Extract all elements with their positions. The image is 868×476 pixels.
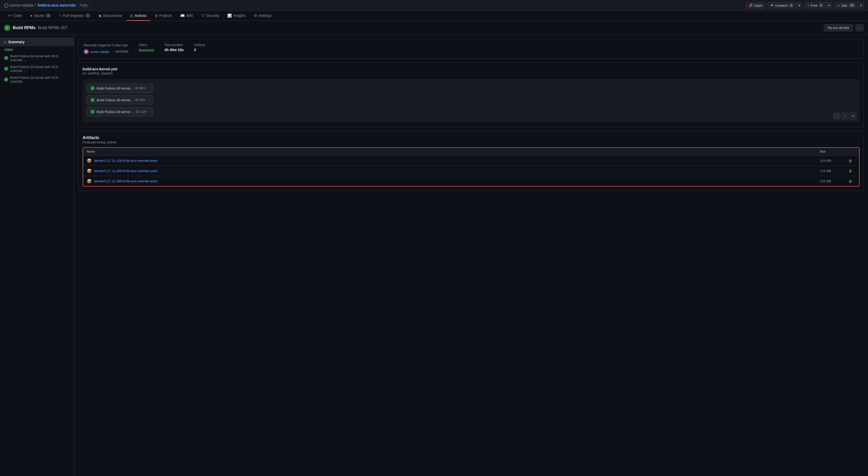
workflow-run: Build RPMs #57	[38, 26, 67, 30]
star-group: ☆ Star 20 ▾	[834, 2, 864, 9]
sidebar-item-summary[interactable]: ⌂ Summary	[0, 38, 74, 46]
code-icon: <>	[8, 13, 12, 18]
repo-owner[interactable]: some-natalie	[10, 3, 33, 8]
pin-icon: 📌	[749, 4, 753, 7]
artifacts-table-header: Name Size	[83, 148, 859, 156]
artifact-2-name-cell: 📦 kernel-5.17.11-200-fc35-acs-override-r…	[87, 168, 820, 173]
status-info: Status Success	[138, 43, 154, 52]
artifact-1-delete-button[interactable]: 🗑	[845, 159, 856, 163]
artifact-2-delete-button[interactable]: 🗑	[845, 169, 856, 173]
top-bar: ⬡ some-natalie / fedora-acs-override Pub…	[0, 0, 868, 11]
more-options-button[interactable]: ···	[856, 24, 864, 31]
content-area: ⌂ Summary Jobs ✓ Build Fedora 36 kernel …	[0, 35, 868, 476]
rerun-all-button[interactable]: Re-run all jobs	[824, 24, 853, 31]
artifact-row-2: 📦 kernel-5.17.11-200-fc35-acs-override-r…	[83, 166, 859, 176]
star-label: Star	[841, 4, 847, 7]
security-icon: 🛡	[201, 13, 205, 18]
fullscreen-button[interactable]: ⛶	[833, 113, 840, 120]
tab-settings-label: Settings	[259, 13, 272, 18]
graph-node1-icon: ✓	[91, 86, 95, 90]
job1-success-icon: ✓	[4, 56, 8, 60]
status-value: Success	[138, 48, 154, 52]
tab-pull-requests[interactable]: ⑂ Pull requests 1	[56, 11, 94, 21]
artifacts-table: Name Size 📦 kernel-5.17.11-100-fc34-acs-…	[83, 147, 860, 187]
zoom-out-button[interactable]: −	[841, 113, 848, 120]
fork-chevron[interactable]: ▾	[826, 2, 832, 9]
artifact-1-size: 119 MB	[820, 159, 845, 163]
header-size: Size	[820, 150, 845, 153]
artifact-3-size: 119 MB	[820, 179, 845, 183]
fork-icon: ⑂	[807, 4, 809, 7]
artifact-2-name[interactable]: kernel-5.17.11-200-fc35-acs-override-rpm…	[94, 169, 158, 173]
tab-security[interactable]: 🛡 Security	[198, 11, 223, 21]
artifact-row-3: 📦 kernel-5.17.11-300-fc36-acs-override-r…	[83, 176, 859, 186]
artifact-3-delete-button[interactable]: 🗑	[845, 179, 856, 183]
sidebar-job-3[interactable]: ✓ Build Fedora 34 kernel with ACS overri…	[0, 74, 74, 85]
graph-node3-icon: ✓	[91, 110, 95, 114]
visibility-badge: Public	[77, 3, 90, 8]
tab-pr-label: Pull requests	[63, 13, 83, 18]
artifact-1-name[interactable]: kernel-5.17.11-100-fc34-acs-override-rpm…	[94, 159, 158, 163]
trigger-row: 🐱 some-natalie → 0df60d4	[84, 49, 128, 54]
tab-projects[interactable]: ⊞ Projects	[151, 11, 176, 21]
tabs-bar: <> Code ● Issues 3 ⑂ Pull requests 1 ◉ D…	[0, 11, 868, 21]
unwatch-button[interactable]: 👁 Unwatch 6	[768, 2, 796, 9]
tab-wiki[interactable]: 📖 Wiki	[177, 11, 196, 21]
tab-insights[interactable]: 📊 Insights	[224, 11, 249, 21]
fork-button[interactable]: ⑂ Fork 6	[805, 2, 826, 9]
pr-badge: 1	[85, 13, 90, 18]
graph-node1-label: Build Fedora 36 kernel...	[97, 86, 133, 90]
job2-label: Build Fedora 35 kernel with ACS override…	[10, 65, 70, 73]
duration-label: Total duration	[164, 43, 184, 47]
top-bar-left: ⬡ some-natalie / fedora-acs-override Pub…	[4, 2, 90, 8]
graph-node-3[interactable]: ✓ Build Fedora 34 kernel ... 2h 11m	[87, 107, 153, 117]
pull-requests-icon: ⑂	[59, 13, 61, 18]
job2-success-icon: ✓	[4, 67, 8, 71]
tab-discussions[interactable]: ◉ Discussions	[95, 11, 126, 21]
graph-node3-label: Build Fedora 34 kernel ...	[97, 110, 134, 114]
tab-actions[interactable]: ▷ Actions	[127, 11, 150, 21]
projects-icon: ⊞	[155, 13, 158, 18]
zoom-in-button[interactable]: +	[849, 113, 857, 120]
star-button[interactable]: ☆ Star 20	[834, 2, 858, 9]
run-info-card: Manually triggered 3 days ago 🐱 some-nat…	[78, 39, 864, 59]
tab-issues[interactable]: ● Issues 3	[27, 11, 55, 21]
artifact-3-name[interactable]: kernel-5.17.11-300-fc36-acs-override-rpm…	[94, 179, 158, 183]
artifact-1-icon: 📦	[87, 158, 92, 163]
commit-hash[interactable]: 0df60d4	[115, 50, 128, 54]
tab-issues-label: Issues	[34, 13, 44, 18]
duration-info: Total duration 4h 40m 18s	[164, 43, 184, 52]
actor-name[interactable]: some-natalie	[90, 50, 109, 54]
sidebar-job-1[interactable]: ✓ Build Fedora 36 kernel with ACS overri…	[0, 53, 74, 63]
graph-node2-icon: ✓	[91, 98, 95, 102]
summary-label: Summary	[8, 40, 25, 44]
star-chevron[interactable]: ▾	[858, 2, 864, 9]
issues-badge: 3	[46, 13, 51, 18]
tab-wiki-label: Wiki	[186, 13, 193, 18]
graph-node2-time: 4h 40m	[135, 98, 145, 102]
fork-label: Fork	[811, 4, 817, 7]
graph-node-1[interactable]: ✓ Build Fedora 36 kernel... 3h 58m	[87, 83, 153, 93]
jobs-section-label: Jobs	[0, 46, 74, 53]
fork-count: 6	[819, 3, 824, 7]
artifact-3-name-cell: 📦 kernel-5.17.11-300-fc36-acs-override-r…	[87, 179, 820, 184]
unwatch-chevron[interactable]: ▾	[796, 2, 803, 9]
sidebar-job-2[interactable]: ✓ Build Fedora 35 kernel with ACS overri…	[0, 63, 74, 74]
eye-icon: 👁	[770, 4, 774, 7]
workflow-card: build-acs-kernel.yml on: workflow_dispat…	[78, 63, 864, 127]
tab-settings[interactable]: ⚙ Settings	[250, 11, 275, 21]
status-label: Status	[138, 43, 154, 47]
tab-code[interactable]: <> Code	[4, 11, 26, 21]
wiki-icon: 📖	[180, 13, 185, 18]
unpin-button[interactable]: 📌 Unpin	[746, 2, 766, 9]
header-name: Name	[87, 150, 820, 153]
graph-node-2[interactable]: ✓ Build Fedora 35 kernel... 4h 40m	[87, 95, 153, 105]
separator: /	[35, 3, 36, 8]
graph-node2-label: Build Fedora 35 kernel...	[97, 98, 133, 102]
tab-projects-label: Projects	[159, 13, 173, 18]
graph-node3-time: 2h 11m	[136, 110, 146, 114]
repo-name[interactable]: fedora-acs-override	[38, 3, 76, 8]
top-bar-right: 📌 Unpin 👁 Unwatch 6 ▾ ⑂ Fork 6 ▾	[746, 2, 864, 9]
home-icon: ⌂	[4, 40, 6, 44]
job1-label: Build Fedora 36 kernel with ACS override…	[10, 54, 70, 62]
